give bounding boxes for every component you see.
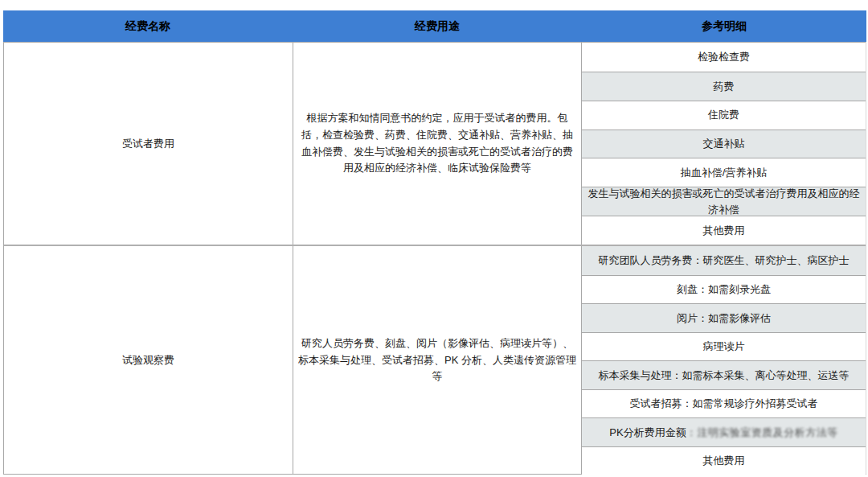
- fee-name-cell: 受试者费用: [4, 43, 293, 245]
- fee-table: 经费名称 经费用途 参考明细 受试者费用 根据方案和知情同意书的约定，应用于受试…: [3, 10, 866, 475]
- details-column: 研究团队人员劳务费：研究医生、研究护士、病区护士 刻盘：如需刻录光盘 阅片：如需…: [581, 246, 866, 475]
- header-reference-details: 参考明细: [582, 19, 866, 34]
- fee-name-cell: 试验观察费: [4, 246, 293, 475]
- detail-item: 抽血补偿/营养补贴: [582, 158, 866, 187]
- detail-item: 研究团队人员劳务费：研究医生、研究护士、病区护士: [582, 246, 866, 275]
- header-fee-name: 经费名称: [3, 19, 293, 34]
- details-column: 检验检查费 药费 住院费 交通补贴 抽血补偿/营养补贴 发生与试验相关的损害或死…: [581, 43, 866, 245]
- table-row: 试验观察费 研究人员劳务费、刻盘、阅片（影像评估、病理读片等）、标本采集与处理、…: [4, 245, 866, 475]
- table-body: 受试者费用 根据方案和知情同意书的约定，应用于受试者的费用。包括，检查检验费、药…: [4, 42, 866, 475]
- table-header-row: 经费名称 经费用途 参考明细: [3, 10, 866, 42]
- detail-item: 刻盘：如需刻录光盘: [582, 275, 866, 304]
- detail-item: 其他费用: [582, 216, 866, 245]
- detail-item: 检验检查费: [582, 43, 866, 72]
- detail-item: 其他费用: [582, 446, 866, 475]
- detail-item: 交通补贴: [582, 130, 866, 158]
- detail-item-pk-blurred-text: ：注明实验室资质及分析方法等: [686, 425, 838, 441]
- detail-item: 阅片：如需影像评估: [582, 303, 866, 332]
- detail-item-pk-text: PK分析费用金额: [609, 425, 686, 441]
- detail-item: 药费: [582, 72, 866, 101]
- fee-purpose-cell: 研究人员劳务费、刻盘、阅片（影像评估、病理读片等）、标本采集与处理、受试者招募、…: [293, 246, 581, 475]
- table-row: 受试者费用 根据方案和知情同意书的约定，应用于受试者的费用。包括，检查检验费、药…: [4, 42, 866, 245]
- header-fee-purpose: 经费用途: [293, 19, 582, 34]
- detail-item: 标本采集与处理：如需标本采集、离心等处理、运送等: [582, 360, 866, 389]
- detail-item-pk: PK分析费用金额：注明实验室资质及分析方法等: [582, 417, 866, 446]
- detail-item: 病理读片: [582, 332, 866, 361]
- page: 经费名称 经费用途 参考明细 受试者费用 根据方案和知情同意书的约定，应用于受试…: [0, 0, 868, 477]
- fee-purpose-cell: 根据方案和知情同意书的约定，应用于受试者的费用。包括，检查检验费、药费、住院费、…: [293, 43, 581, 245]
- detail-item: 住院费: [582, 101, 866, 130]
- detail-item: 发生与试验相关的损害或死亡的受试者治疗费用及相应的经济补偿: [582, 187, 866, 216]
- detail-item: 受试者招募：如需常规诊疗外招募受试者: [582, 389, 866, 418]
